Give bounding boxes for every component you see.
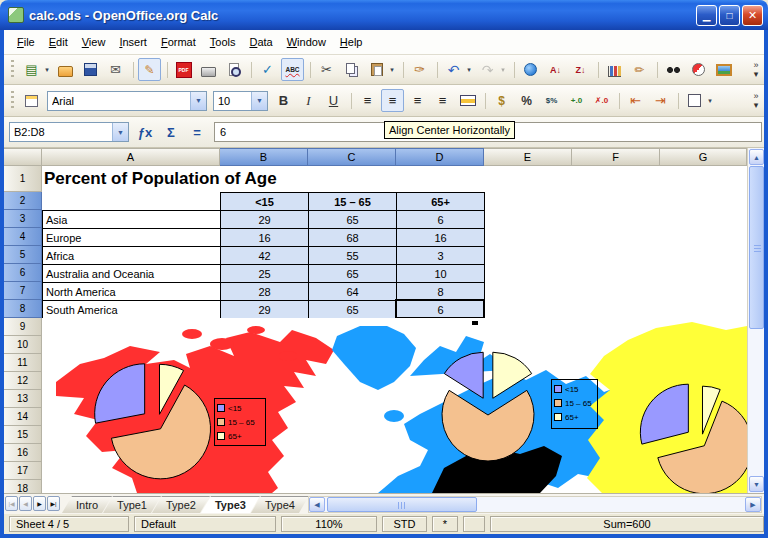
align-right-icon[interactable]: ≡ bbox=[406, 89, 429, 112]
currency-icon[interactable]: $ bbox=[490, 89, 513, 112]
chart-legend[interactable]: <15 15 – 65 65+ bbox=[551, 379, 598, 429]
menu-item[interactable]: Format bbox=[154, 33, 203, 51]
vertical-scrollbar[interactable]: ▲ ▼ bbox=[747, 148, 764, 493]
table-row-cell[interactable]: 16 bbox=[220, 228, 308, 246]
table-row-cell[interactable]: 16 bbox=[396, 228, 485, 246]
column-header[interactable]: G bbox=[660, 148, 747, 166]
table-row-cell[interactable]: 65 bbox=[308, 300, 396, 319]
chevron-down-icon[interactable]: ▼ bbox=[251, 92, 267, 110]
save-icon[interactable] bbox=[79, 58, 102, 81]
scroll-right-icon[interactable]: ▶ bbox=[745, 497, 761, 512]
maximize-button[interactable]: □ bbox=[719, 5, 740, 26]
row-header[interactable]: 13 bbox=[4, 390, 42, 408]
row-header[interactable]: 4 bbox=[4, 228, 42, 246]
table-row-cell[interactable]: 42 bbox=[220, 246, 308, 264]
first-sheet-button[interactable]: |◀ bbox=[5, 496, 18, 511]
dd-borders-icon[interactable]: ▾ bbox=[705, 89, 715, 112]
horizontal-scroll-thumb[interactable] bbox=[327, 497, 477, 512]
chart-legend[interactable]: <15 15 – 65 65+ bbox=[214, 398, 266, 446]
column-header[interactable]: B bbox=[220, 148, 308, 166]
font-size-input[interactable] bbox=[214, 95, 251, 107]
column-header[interactable]: F bbox=[572, 148, 660, 166]
dd-new-icon[interactable]: ▾ bbox=[42, 58, 52, 81]
row-header[interactable]: 6 bbox=[4, 264, 42, 282]
sum-panel[interactable]: Sum=600 bbox=[490, 516, 764, 532]
row-header[interactable]: 10 bbox=[4, 336, 42, 354]
bold-icon[interactable]: B bbox=[272, 89, 295, 112]
preview-icon[interactable] bbox=[222, 58, 245, 81]
table-row-cell[interactable]: Africa bbox=[42, 246, 220, 264]
row-header[interactable]: 17 bbox=[4, 462, 42, 480]
table-row-cell[interactable]: South America bbox=[42, 300, 220, 319]
autospell-icon[interactable]: ABC bbox=[281, 58, 304, 81]
table-row-cell[interactable]: 29 bbox=[220, 300, 308, 319]
equals-icon[interactable]: = bbox=[186, 122, 208, 142]
chevron-down-icon[interactable]: ▼ bbox=[112, 123, 128, 141]
menu-item[interactable]: Help bbox=[333, 33, 370, 51]
table-row-cell[interactable]: 8 bbox=[396, 282, 485, 300]
dd-paste-icon[interactable]: ▾ bbox=[387, 58, 397, 81]
column-header[interactable]: D bbox=[396, 148, 484, 166]
align-left-icon[interactable]: ≡ bbox=[356, 89, 379, 112]
prev-sheet-button[interactable]: ◀ bbox=[19, 496, 32, 511]
font-name-combo[interactable]: ▼ bbox=[47, 91, 207, 111]
del-decimal-icon[interactable]: ✗.0 bbox=[590, 89, 613, 112]
row-header[interactable]: 14 bbox=[4, 408, 42, 426]
copy-icon[interactable] bbox=[340, 58, 363, 81]
menu-item[interactable]: View bbox=[75, 33, 113, 51]
row-header[interactable]: 16 bbox=[4, 444, 42, 462]
minimize-button[interactable]: ▁ bbox=[696, 5, 717, 26]
table-row-cell[interactable]: Australia and Oceania bbox=[42, 264, 220, 282]
sheet-title-cell[interactable]: Percent of Population of Age bbox=[44, 169, 277, 189]
page-style-panel[interactable]: Default bbox=[134, 516, 276, 532]
row-header[interactable]: 3 bbox=[4, 210, 42, 228]
name-box-input[interactable] bbox=[10, 126, 112, 138]
name-box[interactable]: ▼ bbox=[9, 122, 129, 142]
function-wizard-icon[interactable]: ƒx bbox=[134, 122, 156, 142]
table-row-cell[interactable]: 3 bbox=[396, 246, 485, 264]
add-decimal-icon[interactable]: +.0 bbox=[565, 89, 588, 112]
table-row-cell[interactable]: 64 bbox=[308, 282, 396, 300]
close-button[interactable]: ✕ bbox=[742, 5, 763, 26]
table-row-cell[interactable]: 29 bbox=[220, 210, 308, 228]
justify-icon[interactable]: ≡ bbox=[431, 89, 454, 112]
paste-icon[interactable] bbox=[365, 58, 388, 81]
table-row-cell[interactable]: 25 bbox=[220, 264, 308, 282]
redo-icon[interactable]: ↷ bbox=[476, 58, 499, 81]
active-cell-border[interactable] bbox=[395, 299, 485, 319]
row-header[interactable]: 11 bbox=[4, 354, 42, 372]
world-map-chart[interactable] bbox=[42, 318, 747, 493]
align-center-icon[interactable]: ≡ bbox=[381, 89, 404, 112]
toolbar-grip[interactable] bbox=[9, 91, 16, 111]
sheet-tab-type2[interactable]: Type2 bbox=[152, 496, 210, 513]
toolbar-overflow-button[interactable]: » ▾ bbox=[748, 61, 764, 79]
new-icon[interactable]: ▤ bbox=[20, 58, 43, 81]
row-header[interactable]: 18 bbox=[4, 480, 42, 493]
selection-mode-panel[interactable]: STD bbox=[382, 516, 427, 532]
row-header[interactable]: 15 bbox=[4, 426, 42, 444]
sheet-tab-type1[interactable]: Type1 bbox=[103, 496, 161, 513]
table-row-cell[interactable]: 28 bbox=[220, 282, 308, 300]
inc-indent-icon[interactable]: ⇥ bbox=[649, 89, 672, 112]
scroll-down-icon[interactable]: ▼ bbox=[749, 476, 764, 492]
row-header[interactable]: 5 bbox=[4, 246, 42, 264]
column-header[interactable]: A bbox=[42, 148, 220, 166]
sheet-tab-type3[interactable]: Type3 bbox=[201, 496, 260, 513]
table-row-cell[interactable]: North America bbox=[42, 282, 220, 300]
pdf-icon[interactable]: PDF bbox=[172, 58, 195, 81]
row-header[interactable]: 9 bbox=[4, 318, 42, 336]
cut-icon[interactable]: ✂ bbox=[315, 58, 338, 81]
menu-item[interactable]: Edit bbox=[42, 33, 75, 51]
column-header[interactable]: E bbox=[484, 148, 572, 166]
table-row-cell[interactable]: 65 bbox=[308, 210, 396, 228]
font-size-combo[interactable]: ▼ bbox=[213, 91, 268, 111]
percent-icon[interactable]: % bbox=[515, 89, 538, 112]
last-sheet-button[interactable]: ▶| bbox=[47, 496, 60, 511]
gallery-icon[interactable] bbox=[712, 58, 735, 81]
toolbar-grip[interactable] bbox=[9, 60, 16, 80]
hyperlink-icon[interactable] bbox=[519, 58, 542, 81]
sort-asc-icon[interactable]: A↓ bbox=[544, 58, 567, 81]
chevron-down-icon[interactable]: ▼ bbox=[190, 92, 206, 110]
sort-desc-icon[interactable]: Z↓ bbox=[569, 58, 592, 81]
table-row-cell[interactable]: 10 bbox=[396, 264, 485, 282]
